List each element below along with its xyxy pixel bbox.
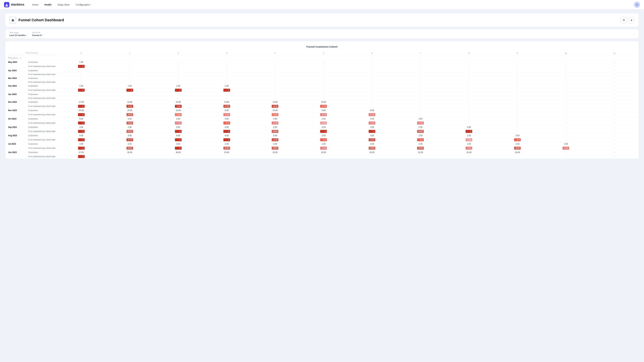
customers-cell: –	[542, 84, 590, 88]
col-header-7: 7	[396, 51, 445, 56]
pct-cell: 0.67	[396, 129, 445, 134]
customers-cell: –	[445, 117, 493, 121]
customers-cell: 3.00	[396, 117, 445, 121]
customers-cell: 2.00	[396, 125, 445, 129]
pct-cell: –	[590, 129, 639, 134]
customers-cell: –	[299, 84, 348, 88]
nav-configuration[interactable]: Configuration ▾	[74, 2, 94, 7]
pct-cell: –	[57, 80, 106, 84]
customers-cell: 3.00	[57, 142, 106, 146]
pct-cell: 0.5	[493, 138, 542, 142]
customers-cell: –	[154, 76, 202, 80]
table-row: Jun 2023Customers37.0030.0036.0033.0033.…	[5, 150, 639, 154]
pct-cell: –	[445, 112, 493, 117]
share-action-button[interactable]: ➤	[628, 17, 634, 23]
nav-dapp-store[interactable]: DApp Store	[55, 2, 72, 7]
dashboard-header: ▣ Funnel Cohort Dashboard ✉ ➤	[5, 13, 639, 27]
ad-funnel-value[interactable]: Funnel A ▾	[32, 34, 43, 36]
pct-cell: –	[396, 112, 445, 117]
customers-cell: –	[106, 69, 154, 72]
pct-cell: –	[251, 154, 299, 159]
customers-cell: –	[348, 60, 396, 64]
customers-cell: –	[299, 69, 348, 72]
pct-cell: –	[202, 72, 251, 76]
table-row: Feb 2024Customers1.001.001.001.00–––––––…	[5, 84, 639, 88]
pct-label: % of customers by cohort start	[26, 64, 57, 69]
pct-cell: 0.67	[251, 146, 299, 150]
pct-cell: 1	[154, 138, 202, 142]
nav-health[interactable]: Health	[42, 2, 54, 7]
pct-cell: 1	[57, 138, 106, 142]
customers-cell: –	[299, 76, 348, 80]
customers-cell: –	[396, 60, 445, 64]
chevron-down-icon: ▾	[26, 34, 27, 36]
table-row: % of customers by cohort start10.75110.7…	[5, 138, 639, 142]
customers-cell: –	[57, 92, 106, 96]
date-range-value[interactable]: Last 12 months ▾	[10, 34, 27, 36]
customers-cell: –	[57, 76, 106, 80]
pct-cell: 1	[445, 129, 493, 134]
customers-cell: –	[348, 92, 396, 96]
customers-cell: 3.00	[106, 134, 154, 138]
pct-label: % of customers by cohort start	[26, 104, 57, 109]
customers-cell: –	[299, 92, 348, 96]
pct-cell: –	[299, 88, 348, 92]
pct-cell: 1	[202, 138, 251, 142]
period-label: Jan 2024	[5, 92, 26, 100]
logo[interactable]: stackless	[4, 2, 24, 7]
customers-cell: 3.00	[348, 125, 396, 129]
customers-cell: –	[299, 60, 348, 64]
pct-cell: –	[299, 64, 348, 69]
customers-cell: –	[590, 76, 639, 80]
dashboard-actions: ✉ ➤	[620, 17, 634, 23]
pct-cell: –	[396, 154, 445, 159]
pct-cell: –	[251, 88, 299, 92]
first-purch-sort[interactable]: First purch... ▼	[8, 57, 24, 59]
pct-cell: –	[154, 154, 202, 159]
customers-cell: –	[542, 125, 590, 129]
customers-cell: 2.00	[348, 142, 396, 146]
period-label: Apr 2024	[5, 69, 26, 76]
customers-cell: –	[542, 69, 590, 72]
customers-cell: –	[251, 92, 299, 96]
pct-cell: 1	[57, 129, 106, 134]
nav-home[interactable]: Home	[30, 2, 40, 7]
customers-label: Customers	[26, 69, 57, 72]
pct-cell: –	[348, 96, 396, 100]
pct-cell: –	[590, 146, 639, 150]
customers-cell: 3.00	[154, 125, 202, 129]
customers-cell: 2.00	[493, 134, 542, 138]
col-header-5: 5	[299, 51, 348, 56]
customers-cell: –	[445, 100, 493, 104]
table-row: % of customers by cohort start10.6710.67…	[5, 146, 639, 150]
pct-cell: –	[299, 80, 348, 84]
pct-cell: –	[202, 80, 251, 84]
customers-cell: 2.00	[251, 125, 299, 129]
customers-cell: –	[493, 100, 542, 104]
customers-cell: 1.00	[445, 142, 493, 146]
pct-cell: 1	[348, 129, 396, 134]
customers-cell: –	[590, 84, 639, 88]
customers-cell: 3.00	[154, 117, 202, 121]
pct-cell: –	[396, 64, 445, 69]
customers-cell: 5.00	[106, 117, 154, 121]
pct-cell: 0.38	[299, 112, 348, 117]
pct-cell: 1	[106, 88, 154, 92]
col-header-8: 8	[445, 51, 493, 56]
pct-cell: –	[445, 104, 493, 109]
table-section-title: Funnel Customers Cohort	[5, 45, 639, 48]
customers-cell: 1.00	[202, 84, 251, 88]
customers-cell: –	[542, 134, 590, 138]
customers-cell: –	[396, 84, 445, 88]
pct-cell: –	[445, 80, 493, 84]
avatar[interactable]: U	[634, 2, 640, 8]
email-action-button[interactable]: ✉	[620, 17, 627, 23]
chevron-down-icon: ▾	[90, 3, 92, 6]
pct-cell: 1	[57, 121, 106, 125]
customers-cell: –	[251, 60, 299, 64]
table-row: % of customers by cohort start1–––––––––…	[5, 154, 639, 159]
pct-cell: –	[542, 64, 590, 69]
customers-cell: –	[396, 109, 445, 112]
pct-cell: –	[202, 96, 251, 100]
table-row: Nov 2023Customers24.0016.0010.009.0010.0…	[5, 109, 639, 112]
